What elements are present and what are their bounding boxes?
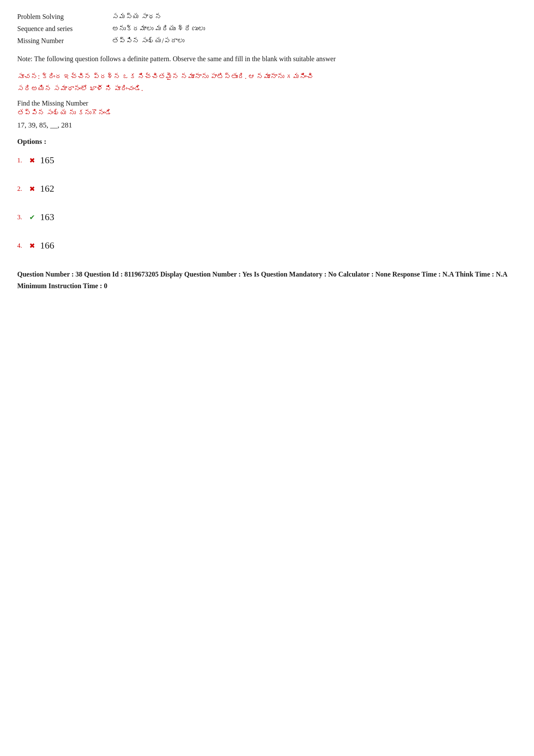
option-row-1[interactable]: 1. ✖ 165 — [17, 155, 517, 166]
option-num-2: 2. — [17, 185, 29, 193]
option-row-2[interactable]: 2. ✖ 162 — [17, 183, 517, 194]
option-icon-1: ✖ — [29, 156, 35, 165]
question-block: Find the Missing Number తప్పిన సంఖ్య ను … — [17, 100, 517, 117]
option-num-1: 1. — [17, 157, 29, 164]
option-row-4[interactable]: 4. ✖ 166 — [17, 240, 517, 251]
topic-row-missing: Missing Number తప్పిన సంఖ్య/పదాలు — [17, 37, 517, 45]
option-value-3: 163 — [40, 212, 54, 223]
option-row-3[interactable]: 3. ✔ 163 — [17, 212, 517, 223]
question-english: Find the Missing Number — [17, 100, 517, 107]
topic-row-problem-solving: Problem Solving సమస్య సాధన — [17, 13, 517, 21]
topic-value-problem-solving: సమస్య సాధన — [112, 13, 162, 21]
option-value-4: 166 — [40, 240, 54, 251]
topic-value-sequence: అనుక్రమాలు మరియు శ్రేణులు — [112, 25, 205, 33]
option-icon-2: ✖ — [29, 185, 35, 193]
topic-label-sequence: Sequence and series — [17, 25, 112, 33]
option-value-1: 165 — [40, 155, 54, 166]
option-icon-4: ✖ — [29, 242, 35, 250]
topic-table: Problem Solving సమస్య సాధన Sequence and … — [17, 13, 517, 45]
question-meta: Question Number : 38 Question Id : 81196… — [17, 268, 517, 292]
option-num-3: 3. — [17, 214, 29, 221]
topic-label-problem-solving: Problem Solving — [17, 13, 112, 21]
sequence-display: 17, 39, 85, __, 281 — [17, 121, 517, 130]
option-num-4: 4. — [17, 242, 29, 249]
options-label: Options : — [17, 137, 517, 146]
topic-row-sequence: Sequence and series అనుక్రమాలు మరియు శ్ర… — [17, 25, 517, 33]
note-english: Note: The following question follows a d… — [17, 53, 517, 65]
note-telugu-line1: సూచన: క్రింద ఇచ్చిన ప్రశ్న ఒక నిచ్చితమైన… — [17, 71, 517, 96]
option-icon-3: ✔ — [29, 213, 35, 221]
options-list: 1. ✖ 165 2. ✖ 162 3. ✔ 163 4. ✖ 166 — [17, 155, 517, 251]
topic-value-missing: తప్పిన సంఖ్య/పదాలు — [112, 37, 184, 45]
topic-label-missing: Missing Number — [17, 37, 112, 45]
option-value-2: 162 — [40, 183, 54, 194]
question-telugu: తప్పిన సంఖ్య ను కనుగొనండి — [17, 109, 517, 117]
